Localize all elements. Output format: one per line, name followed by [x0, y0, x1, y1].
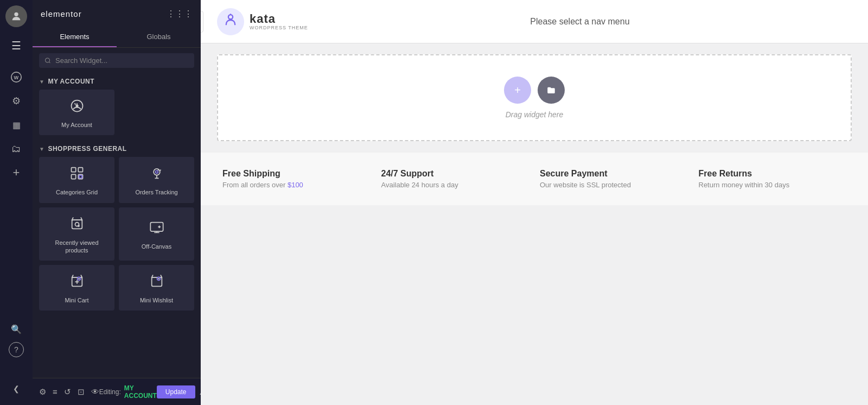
gauge-icon	[69, 98, 85, 117]
section-header-my-account[interactable]: ▼ My Account	[33, 73, 201, 90]
add-widget-button[interactable]: +	[504, 77, 531, 104]
svg-rect-16	[150, 222, 163, 231]
bag-plus-icon	[69, 274, 85, 292]
feature-title: Free Returns	[699, 169, 847, 179]
logo-circle	[217, 8, 244, 35]
feature-title: 24/7 Support	[381, 169, 529, 179]
widget-label: Categories Grid	[56, 188, 98, 196]
search-input[interactable]	[55, 56, 189, 65]
search-pin-icon	[149, 166, 164, 184]
svg-point-3	[46, 58, 50, 62]
svg-point-31	[228, 15, 233, 19]
add-section-icon[interactable]: +	[5, 162, 27, 183]
my-account-grid: My Account	[33, 90, 201, 135]
icon-rail: ☰ W ⚙ ▦ 🗂 + 🔍 ? ❮	[0, 0, 33, 405]
search-icon	[44, 57, 51, 64]
bag-eye-icon	[69, 216, 85, 235]
svg-point-12	[155, 171, 158, 174]
history-icon[interactable]: ↺	[64, 387, 71, 397]
main-content: kata WordPress Theme Please select a nav…	[201, 0, 868, 405]
categories-grid-widget[interactable]: Categories Grid	[39, 157, 114, 202]
mini-cart-widget[interactable]: Mini Cart	[39, 265, 114, 311]
chart-icon[interactable]: ▦	[5, 114, 27, 136]
collapse-sidebar-icon[interactable]: ❮	[5, 378, 27, 400]
section-my-account: ▼ My Account My Account	[33, 73, 201, 141]
search-input-wrap	[39, 53, 194, 68]
svg-point-15	[78, 225, 79, 226]
drop-zone-label: Drag widget here	[506, 110, 564, 119]
feature-title: Free Shipping	[222, 169, 371, 179]
widget-label: Mini Cart	[65, 296, 88, 304]
feature-desc: Our website is SSL protected	[540, 181, 688, 189]
gear-icon[interactable]: ⚙	[5, 90, 27, 112]
hamburger-icon[interactable]: ☰	[5, 35, 27, 56]
add-template-button[interactable]	[538, 77, 565, 104]
drop-zone[interactable]: + Drag widget here	[217, 54, 852, 141]
feature-desc: Return money within 30 days	[699, 181, 847, 189]
brand-logo: kata WordPress Theme	[217, 8, 308, 35]
feature-title: Secure Payment	[540, 169, 688, 179]
svg-point-5	[76, 105, 78, 107]
recently-viewed-widget[interactable]: Recently viewed products	[39, 207, 114, 261]
user-avatar[interactable]	[5, 5, 27, 27]
section-header-shoppress[interactable]: ▼ ShopPress General	[33, 141, 201, 157]
preview-nav: kata WordPress Theme Please select a nav…	[201, 0, 868, 43]
orders-tracking-widget[interactable]: Orders Tracking	[119, 157, 194, 202]
svg-rect-13	[72, 220, 82, 229]
brand-sub: WordPress Theme	[250, 25, 308, 30]
editing-label: Editing:	[99, 388, 121, 396]
responsive-icon[interactable]: ⊡	[78, 387, 85, 397]
highlight-text: $100	[288, 181, 303, 189]
my-account-widget[interactable]: My Account	[39, 90, 114, 135]
feature-desc: From all orders over $100	[222, 181, 371, 189]
brand-name: kata	[250, 13, 308, 25]
help-icon[interactable]: ?	[9, 342, 24, 357]
feature-free-shipping: Free Shipping From all orders over $100	[222, 169, 371, 189]
collapse-handle[interactable]: ❮	[201, 11, 203, 33]
svg-rect-8	[71, 175, 75, 179]
layers-icon[interactable]: ≡	[53, 387, 58, 396]
editing-name: MY ACCOUNT	[124, 384, 157, 400]
features-bar: Free Shipping From all orders over $100 …	[201, 152, 868, 205]
grid-icon	[69, 166, 85, 184]
feature-secure-payment: Secure Payment Our website is SSL protec…	[540, 169, 688, 189]
settings-bottom-icon[interactable]: ⚙	[39, 387, 46, 397]
tab-globals[interactable]: Globals	[117, 27, 201, 47]
feature-free-returns: Free Returns Return money within 30 days	[699, 169, 847, 189]
svg-point-11	[154, 169, 160, 175]
section-label: My Account	[48, 78, 94, 85]
section-label: ShopPress General	[48, 145, 126, 153]
widget-label: Orders Tracking	[135, 188, 177, 196]
tab-elements[interactable]: Elements	[33, 27, 117, 47]
svg-point-10	[79, 175, 82, 179]
shoppress-grid: Categories Grid Orders Tracking	[33, 157, 201, 311]
off-canvas-widget[interactable]: Off-Canvas	[119, 207, 194, 261]
app-title: elementor	[41, 9, 82, 18]
eye-icon[interactable]: 👁	[91, 387, 99, 396]
widget-label: My Account	[61, 121, 92, 129]
drop-zone-wrapper: + Drag widget here	[201, 43, 868, 152]
svg-text:W: W	[14, 75, 18, 80]
folder-icon[interactable]: 🗂	[5, 138, 27, 160]
widget-label: Recently viewed products	[43, 239, 110, 255]
svg-rect-7	[78, 168, 82, 172]
widget-label: Mini Wishlist	[140, 296, 173, 304]
monitor-plus-icon	[149, 220, 164, 238]
search-nav-icon[interactable]: 🔍	[5, 318, 27, 340]
nav-menu-placeholder: Please select a nav menu	[308, 17, 852, 27]
feature-247-support: 24/7 Support Available 24 hours a day	[381, 169, 529, 189]
preview-area: kata WordPress Theme Please select a nav…	[201, 0, 868, 405]
feature-desc: Available 24 hours a day	[381, 181, 529, 189]
wordpress-icon[interactable]: W	[5, 66, 27, 88]
brand-text: kata WordPress Theme	[250, 13, 308, 30]
sidebar-tabs: Elements Globals	[33, 27, 201, 48]
mini-wishlist-widget[interactable]: Mini Wishlist	[119, 265, 194, 311]
bottom-tools: ⚙ ≡ ↺ ⊡ 👁	[39, 387, 99, 397]
widget-panel: ▼ My Account My Account	[33, 73, 201, 378]
sidebar: elementor ⋮⋮⋮ Elements Globals ▼ My Acco…	[33, 0, 201, 405]
section-shoppress-general: ▼ ShopPress General	[33, 141, 201, 316]
svg-point-0	[14, 12, 18, 16]
grid-icon[interactable]: ⋮⋮⋮	[167, 9, 193, 19]
update-button[interactable]: Update	[157, 385, 195, 398]
arrow-icon: ▼	[39, 146, 44, 152]
